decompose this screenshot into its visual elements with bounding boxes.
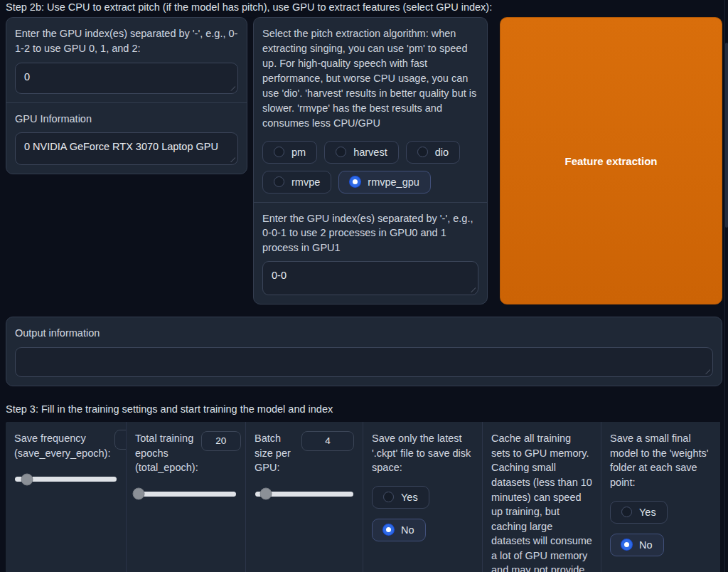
- save-small-model-radio-group: YesNo: [610, 501, 712, 556]
- gpu-info-label: GPU Information: [15, 112, 238, 127]
- batch-size-header: Batch size per GPU: 4: [255, 431, 354, 475]
- save-latest-label: Save only the latest '.ckpt' file to sav…: [372, 431, 473, 475]
- radio-unchecked-icon: [274, 176, 284, 187]
- radio-option-rmvpe[interactable]: rmvpe: [262, 171, 331, 194]
- cache-gpu-column: Cache all training sets to GPU memory. C…: [482, 422, 601, 572]
- feature-extraction-button[interactable]: Feature extraction: [500, 17, 722, 304]
- batch-size-column: Batch size per GPU: 4: [245, 422, 363, 572]
- output-info-block: Output information: [6, 317, 722, 386]
- radio-option-label: rmvpe: [291, 176, 320, 188]
- save-latest-column: Save only the latest '.ckpt' file to sav…: [363, 422, 482, 572]
- radio-option-label: No: [401, 524, 414, 536]
- gpu-settings-group: Enter the GPU index(es) separated by '-'…: [6, 17, 247, 174]
- total-epoch-label: Total training epochs (total_epoch):: [135, 431, 198, 475]
- rvc-training-page: Step 2b: Use CPU to extract pitch (if th…: [0, 0, 728, 572]
- radio-unchecked-icon: [621, 507, 632, 517]
- save-frequency-header: Save frequency (save_every_epoch):: [14, 431, 117, 460]
- save-frequency-slider-handle[interactable]: [21, 473, 33, 485]
- radio-option-label: pm: [291, 147, 306, 158]
- pitch-settings-column: Select the pitch extraction algorithm: w…: [253, 17, 488, 304]
- save-frequency-column: Save frequency (save_every_epoch): 5: [6, 422, 126, 572]
- gpu-info-block: GPU Information: [6, 102, 247, 174]
- gpu-index-input[interactable]: [15, 63, 238, 94]
- batch-size-number-input[interactable]: 4: [301, 431, 354, 451]
- radio-unchecked-icon: [336, 147, 346, 157]
- batch-size-slider-handle[interactable]: [260, 488, 272, 500]
- gpu-processes-label: Enter the GPU index(es) separated by '-'…: [262, 211, 478, 255]
- pitch-algo-description: Select the pitch extraction algorithm: w…: [262, 26, 478, 131]
- pitch-algo-radio-group: pmharvestdiormvpermvpe_gpu: [262, 141, 478, 194]
- save-small-model-column: Save a small final model to the 'weights…: [601, 422, 720, 572]
- gpu-index-label: Enter the GPU index(es) separated by '-'…: [15, 26, 238, 55]
- save-small-model-label: Save a small final model to the 'weights…: [610, 431, 712, 489]
- radio-checked-icon: [383, 524, 394, 535]
- cache-gpu-label: Cache all training sets to GPU memory. C…: [491, 431, 592, 572]
- save-frequency-number-input[interactable]: 5: [114, 430, 126, 450]
- gpu-info-input[interactable]: [15, 132, 238, 165]
- radio-option-label: Yes: [401, 492, 418, 503]
- radio-option-dio[interactable]: dio: [406, 141, 460, 164]
- gpu-info-field-wrap: [15, 132, 238, 165]
- output-info-field-wrap: [15, 347, 713, 377]
- total-epoch-header: Total training epochs (total_epoch): 20: [135, 431, 237, 475]
- step3-settings-row: Save frequency (save_every_epoch): 5 Tot…: [6, 422, 722, 572]
- batch-size-slider-track[interactable]: [255, 492, 353, 497]
- radio-option-rmvpe_gpu[interactable]: rmvpe_gpu: [338, 171, 431, 194]
- gpu-index-block: Enter the GPU index(es) separated by '-'…: [6, 18, 247, 102]
- radio-option-label: rmvpe_gpu: [368, 176, 419, 188]
- radio-unchecked-icon: [417, 147, 428, 157]
- radio-option-yes[interactable]: Yes: [372, 486, 429, 509]
- pitch-settings-group: Select the pitch extraction algorithm: w…: [253, 17, 488, 304]
- radio-option-no[interactable]: No: [372, 519, 426, 541]
- radio-option-harvest[interactable]: harvest: [324, 141, 399, 164]
- total-epoch-number-input[interactable]: 20: [201, 431, 241, 451]
- radio-option-label: dio: [435, 147, 449, 158]
- total-epoch-slider-handle[interactable]: [133, 488, 145, 500]
- gpu-processes-input[interactable]: [262, 261, 478, 295]
- pitch-algo-block: Select the pitch extraction algorithm: w…: [254, 18, 487, 201]
- total-epoch-column: Total training epochs (total_epoch): 20: [126, 422, 245, 572]
- radio-option-label: Yes: [639, 507, 656, 518]
- scrollbar-thumb[interactable]: [725, 43, 728, 228]
- feature-extraction-column: Feature extraction: [500, 17, 722, 304]
- output-info-label: Output information: [15, 326, 713, 341]
- step2b-row: Enter the GPU index(es) separated by '-'…: [6, 17, 722, 304]
- total-epoch-slider-track[interactable]: [136, 492, 236, 497]
- radio-option-label: harvest: [353, 147, 387, 158]
- page-scrollbar[interactable]: [724, 0, 728, 572]
- output-row: Output information: [6, 317, 722, 386]
- gpu-processes-block: Enter the GPU index(es) separated by '-'…: [254, 202, 487, 304]
- gpu-processes-field-wrap: [262, 261, 478, 295]
- gpu-settings-column: Enter the GPU index(es) separated by '-'…: [6, 17, 247, 174]
- gpu-index-field-wrap: [15, 63, 238, 94]
- batch-size-label: Batch size per GPU:: [255, 431, 299, 475]
- radio-option-no[interactable]: No: [610, 534, 664, 556]
- step3-header: Step 3: Fill in the training settings an…: [6, 403, 722, 415]
- radio-checked-icon: [621, 539, 632, 550]
- output-info-textarea[interactable]: [15, 347, 713, 377]
- save-frequency-label: Save frequency (save_every_epoch):: [14, 431, 120, 460]
- radio-unchecked-icon: [274, 147, 284, 157]
- radio-checked-icon: [350, 176, 360, 187]
- save-frequency-slider: [14, 471, 117, 487]
- radio-option-label: No: [639, 539, 653, 551]
- radio-unchecked-icon: [383, 492, 394, 502]
- total-epoch-slider: [135, 486, 237, 502]
- radio-option-pm[interactable]: pm: [262, 141, 317, 164]
- batch-size-slider: [255, 486, 354, 502]
- step2b-header: Step 2b: Use CPU to extract pitch (if th…: [6, 1, 722, 14]
- save-latest-radio-group: YesNo: [372, 486, 473, 541]
- save-frequency-slider-track[interactable]: [15, 477, 117, 482]
- radio-option-yes[interactable]: Yes: [610, 501, 668, 524]
